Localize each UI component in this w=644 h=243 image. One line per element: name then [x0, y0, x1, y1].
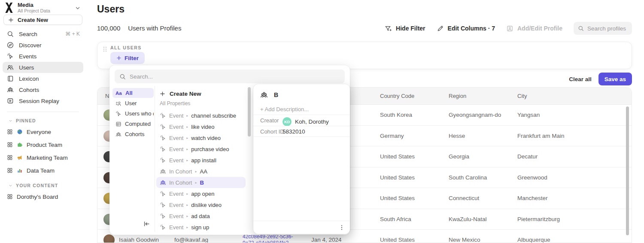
board-label: Marketing Team — [27, 155, 68, 161]
cell-region: Connecticut — [449, 195, 479, 201]
sidebar-item-everyone[interactable]: Everyone — [3, 125, 83, 138]
search-icon — [7, 30, 14, 37]
save-as-button[interactable]: Save as — [598, 73, 632, 85]
create-new-button[interactable]: Create New — [3, 15, 82, 25]
more-options-icon[interactable] — [338, 224, 345, 231]
table-scrollbar-thumb[interactable] — [626, 106, 629, 235]
cohort-id-value: 5832010 — [283, 128, 305, 135]
cell-region: Georgia — [449, 153, 469, 160]
property-item-event-dislike-video[interactable]: Event▸dislike video — [156, 199, 246, 210]
sidebar-item-data-team[interactable]: Data Team — [3, 164, 83, 177]
caret-icon: ▸ — [186, 147, 188, 151]
chevron-down-icon — [9, 119, 12, 123]
board-icon — [7, 129, 13, 135]
plus-icon — [160, 91, 165, 97]
filter-category-all[interactable]: AaAll — [112, 88, 154, 98]
session-replay-icon — [7, 97, 14, 104]
cell-email: fo@ikavaf.ag — [174, 237, 208, 243]
globe-emoji-icon — [17, 129, 23, 135]
column-header-city[interactable]: City — [517, 93, 527, 99]
hide-filter-button[interactable]: Hide Filter — [385, 25, 425, 32]
property-item-cohort-AA[interactable]: In Cohort▸AA — [156, 166, 246, 177]
property-item-event-watch-video[interactable]: Event▸watch video — [156, 132, 246, 143]
filter-category-cohorts[interactable]: Cohorts — [112, 129, 154, 139]
dropdown-search-box[interactable] — [115, 70, 345, 83]
board-label: Dorothy's Board — [17, 194, 58, 200]
search-icon — [119, 73, 126, 80]
funnel-icon — [385, 25, 392, 32]
cell-region: New Mexico — [449, 237, 480, 243]
events-icon — [7, 53, 14, 60]
sidebar-item-dorothys-board[interactable]: Dorothy's Board — [3, 190, 83, 203]
drag-handle-icon[interactable] — [102, 46, 108, 52]
search-profiles-box[interactable] — [574, 22, 632, 35]
caret-icon: ▸ — [186, 158, 188, 162]
user-avatar — [103, 234, 115, 243]
sidebar-item-product-team[interactable]: Product Team — [3, 138, 83, 151]
add-edit-profile-button[interactable]: Add/Edit Profile — [506, 25, 562, 32]
sidebar-item-lexicon[interactable]: Lexicon — [3, 73, 83, 84]
property-item-event-ad-data[interactable]: Event▸ad data — [156, 210, 246, 222]
cell-country: South Africa — [380, 216, 411, 222]
property-item-event-app-open[interactable]: Event▸app open — [156, 188, 246, 199]
collapse-left-icon[interactable] — [143, 220, 150, 228]
sidebar-item-discover[interactable]: Discover — [3, 39, 83, 51]
edit-columns-button[interactable]: Edit Columns · 7 — [437, 25, 495, 32]
sidebar-item-users[interactable]: Users — [3, 62, 83, 73]
property-name: sign up — [191, 224, 209, 231]
event-icon — [160, 224, 166, 231]
cell-country: United States — [380, 237, 415, 243]
property-prefix: Event — [169, 146, 183, 152]
event-icon — [160, 135, 166, 141]
property-item-event-sign-up[interactable]: Event▸sign up — [156, 222, 246, 233]
media-logo-icon — [4, 2, 14, 13]
sidebar-item-label: Events — [19, 53, 36, 60]
cell-city: Yangsan — [517, 112, 540, 118]
search-profiles-input[interactable] — [587, 25, 628, 32]
cell-city: Pietermaritzburg — [517, 216, 560, 222]
property-item-event-purchase-video[interactable]: Event▸purchase video — [156, 143, 246, 155]
section-header[interactable]: YOUR CONTENT — [3, 181, 83, 190]
add-filter-button[interactable]: Filter — [110, 52, 145, 64]
sidebar-item-marketing-team[interactable]: Marketing Team — [3, 151, 83, 164]
event-icon — [160, 213, 166, 219]
caret-icon: ▸ — [186, 192, 188, 196]
preview-footer — [253, 221, 350, 234]
sidebar-item-cohorts[interactable]: Cohorts — [3, 84, 83, 95]
dropdown-create-new-button[interactable]: Create New — [156, 88, 205, 99]
property-item-cohort-B[interactable]: In Cohort▸B — [156, 177, 246, 188]
filter-category-users-who-did[interactable]: Users who di... — [112, 109, 154, 118]
sidebar-item-search[interactable]: Search⌘ + K — [3, 28, 83, 39]
property-item-event-app-install[interactable]: Event▸app install — [156, 155, 246, 166]
property-item-event-channel-subscribe[interactable]: Event▸channel subscribe — [156, 110, 246, 121]
board-label: Product Team — [27, 142, 62, 148]
column-header-country[interactable]: Country Code — [380, 93, 414, 99]
section-header[interactable]: PINNED — [3, 116, 83, 125]
dropdown-scrollbar-thumb[interactable] — [248, 87, 251, 137]
dropdown-search-input[interactable] — [130, 73, 258, 80]
column-header-region[interactable]: Region — [449, 93, 466, 99]
creator-row: Creator KD Koh, Dorothy — [253, 115, 350, 125]
cell-country: South Korea — [380, 112, 412, 118]
sidebar-item-session-replay[interactable]: Session Replay — [3, 95, 83, 106]
cell-user-id[interactable]: 42c08e49-2e92-5c36-9a73-a84eb8684fa3 — [243, 234, 294, 243]
filter-category-computed[interactable]: Computed — [112, 119, 154, 129]
property-item-event-like-video[interactable]: Event▸like video — [156, 121, 246, 132]
property-name: like video — [191, 124, 214, 130]
clear-all-button[interactable]: Clear all — [569, 76, 592, 82]
sidebar-item-label: Cohorts — [19, 87, 39, 93]
page-title: Users — [97, 3, 125, 15]
workspace-switcher[interactable]: Media All Project Data — [4, 2, 83, 14]
property-name: ad data — [191, 213, 210, 219]
board-label: Everyone — [27, 129, 51, 135]
sidebar-sections: PINNEDEveryoneProduct TeamMarketing Team… — [3, 116, 83, 207]
filter-category-user[interactable]: User — [112, 98, 154, 108]
user-badge-icon — [115, 100, 122, 106]
dropdown-divider — [155, 86, 155, 232]
add-description-button[interactable]: + Add Description... — [260, 106, 309, 112]
chevron-down-icon[interactable] — [75, 5, 81, 11]
cell-region: Hesse — [449, 133, 465, 139]
dropdown-categories: AaAllUserUsers who di...ComputedCohorts — [112, 88, 154, 140]
sidebar-item-events[interactable]: Events — [3, 51, 83, 62]
cell-city: Albuquerque — [517, 237, 550, 243]
